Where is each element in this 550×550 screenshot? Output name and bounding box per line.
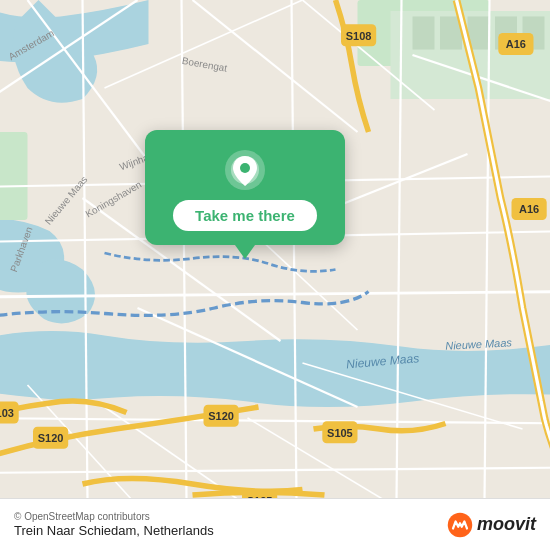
- take-me-there-button[interactable]: Take me there: [173, 200, 317, 231]
- moovit-logo-icon: [446, 511, 474, 539]
- svg-text:A16: A16: [506, 38, 526, 50]
- svg-text:S120: S120: [208, 410, 234, 422]
- map-container: A16 A16 S108 S120 S120 S103 S103 S105 S1…: [0, 0, 550, 550]
- svg-text:S103: S103: [0, 407, 14, 419]
- svg-text:S105: S105: [327, 427, 353, 439]
- svg-text:A16: A16: [519, 203, 539, 215]
- bottom-bar: © OpenStreetMap contributors Trein Naar …: [0, 498, 550, 550]
- map-background: A16 A16 S108 S120 S120 S103 S103 S105 S1…: [0, 0, 550, 550]
- svg-rect-4: [413, 17, 435, 50]
- svg-point-63: [240, 163, 250, 173]
- moovit-brand-text: moovit: [477, 514, 536, 535]
- svg-rect-2: [0, 132, 28, 220]
- svg-text:S120: S120: [38, 432, 64, 444]
- moovit-logo: moovit: [446, 511, 536, 539]
- svg-text:S108: S108: [346, 30, 372, 42]
- location-label: Trein Naar Schiedam, Netherlands: [14, 523, 214, 538]
- popup-card: Take me there: [145, 130, 345, 245]
- map-attribution: © OpenStreetMap contributors: [14, 511, 214, 522]
- location-pin-icon: [223, 148, 267, 192]
